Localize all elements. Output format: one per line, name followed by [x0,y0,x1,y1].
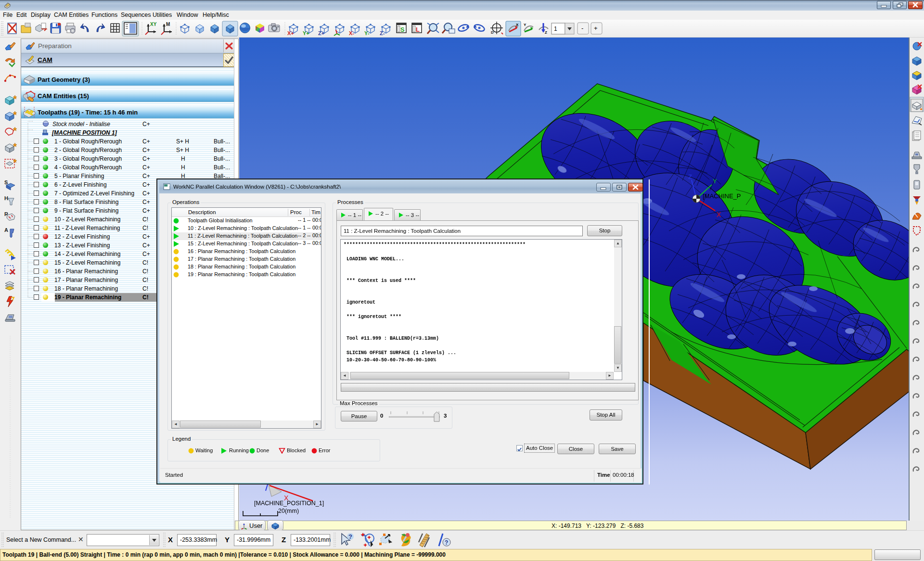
svg-text:Z+: Z+ [318,30,324,36]
svg-text:+: + [594,25,598,32]
svg-text:H: H [4,195,8,201]
svg-text:Y: Y [713,178,717,185]
svg-text:?: ? [445,539,448,546]
svg-text:Y-: Y- [364,30,370,36]
svg-text:[MACHINE_POSITION_1]: [MACHINE_POSITION_1] [254,500,324,507]
svg-text:L: L [416,26,420,33]
svg-text:S: S [4,179,8,185]
svg-text:XY: XY [150,22,157,27]
svg-text:Y+: Y+ [303,30,309,36]
svg-text:Z: Z [688,173,692,180]
svg-text:-: - [581,25,583,32]
svg-text:1: 1 [554,26,557,32]
svg-text:M: M [166,22,170,27]
svg-text:X+: X+ [287,30,294,36]
svg-text:?: ? [348,533,352,540]
svg-text:S: S [400,26,405,33]
svg-text:A: A [4,227,8,233]
svg-text:X: X [717,211,721,218]
svg-text:20(mm): 20(mm) [278,508,299,514]
svg-text:Z-: Z- [380,30,385,36]
svg-text:X-: X- [349,30,354,36]
svg-text:[MACHINE_P: [MACHINE_P [703,192,741,200]
svg-text:X: X [516,23,519,27]
svg-text:Y: Y [524,23,526,27]
svg-text:Z: Z [545,30,547,35]
svg-text:D: D [491,30,494,35]
